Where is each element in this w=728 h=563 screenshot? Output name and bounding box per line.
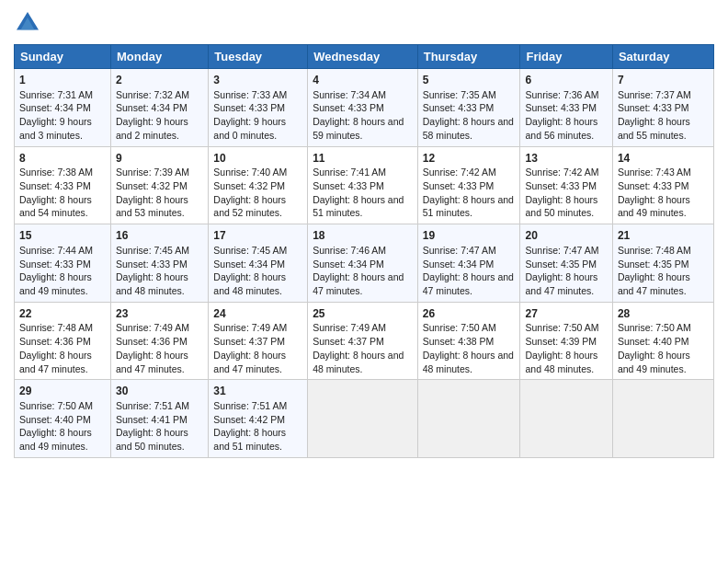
calendar-day-cell bbox=[308, 380, 418, 458]
sunset: Sunset: 4:36 PM bbox=[116, 336, 188, 347]
day-number: 15 bbox=[19, 228, 106, 244]
logo bbox=[14, 9, 45, 37]
sunrise: Sunrise: 7:31 AM bbox=[19, 89, 93, 100]
calendar-week-row: 15Sunrise: 7:44 AMSunset: 4:33 PMDayligh… bbox=[15, 224, 714, 303]
calendar-day-cell: 25Sunrise: 7:49 AMSunset: 4:37 PMDayligh… bbox=[308, 302, 418, 380]
daylight: Daylight: 8 hours and 47 minutes. bbox=[618, 271, 690, 296]
daylight: Daylight: 8 hours and 48 minutes. bbox=[213, 271, 286, 296]
sunset: Sunset: 4:42 PM bbox=[213, 414, 285, 425]
daylight: Daylight: 8 hours and 47 minutes. bbox=[313, 271, 404, 296]
sunrise: Sunrise: 7:51 AM bbox=[116, 400, 189, 411]
calendar-body: 1Sunrise: 7:31 AMSunset: 4:34 PMDaylight… bbox=[15, 69, 714, 458]
sunrise: Sunrise: 7:35 AM bbox=[423, 89, 496, 100]
calendar-day-cell: 9Sunrise: 7:39 AMSunset: 4:32 PMDaylight… bbox=[111, 146, 209, 224]
sunrise: Sunrise: 7:44 AM bbox=[19, 245, 93, 256]
sunset: Sunset: 4:36 PM bbox=[19, 336, 91, 347]
sunset: Sunset: 4:39 PM bbox=[525, 336, 597, 347]
daylight: Daylight: 8 hours and 47 minutes. bbox=[525, 271, 597, 296]
day-number: 28 bbox=[618, 306, 709, 322]
sunset: Sunset: 4:37 PM bbox=[213, 336, 285, 347]
daylight: Daylight: 8 hours and 49 minutes. bbox=[618, 194, 690, 219]
sunrise: Sunrise: 7:42 AM bbox=[525, 167, 598, 178]
calendar-day-cell: 7Sunrise: 7:37 AMSunset: 4:33 PMDaylight… bbox=[612, 69, 713, 147]
day-header: Tuesday bbox=[209, 45, 308, 69]
daylight: Daylight: 8 hours and 48 minutes. bbox=[313, 350, 404, 374]
daylight: Daylight: 8 hours and 55 minutes. bbox=[618, 116, 690, 141]
day-header: Thursday bbox=[417, 45, 520, 69]
sunrise: Sunrise: 7:45 AM bbox=[213, 245, 287, 256]
sunset: Sunset: 4:33 PM bbox=[19, 259, 91, 270]
daylight: Daylight: 8 hours and 50 minutes. bbox=[116, 427, 188, 452]
daylight: Daylight: 8 hours and 58 minutes. bbox=[423, 116, 514, 141]
day-number: 6 bbox=[525, 73, 607, 88]
daylight: Daylight: 9 hours and 2 minutes. bbox=[116, 116, 188, 141]
page-container: SundayMondayTuesdayWednesdayThursdayFrid… bbox=[0, 0, 728, 563]
daylight: Daylight: 8 hours and 50 minutes. bbox=[525, 194, 597, 219]
sunrise: Sunrise: 7:39 AM bbox=[116, 167, 189, 178]
sunrise: Sunrise: 7:49 AM bbox=[213, 322, 287, 333]
calendar-day-cell: 12Sunrise: 7:42 AMSunset: 4:33 PMDayligh… bbox=[417, 146, 520, 224]
calendar-week-row: 1Sunrise: 7:31 AMSunset: 4:34 PMDaylight… bbox=[15, 69, 714, 147]
daylight: Daylight: 8 hours and 47 minutes. bbox=[423, 271, 514, 296]
sunset: Sunset: 4:41 PM bbox=[116, 414, 188, 425]
day-number: 13 bbox=[525, 151, 607, 167]
header-row: SundayMondayTuesdayWednesdayThursdayFrid… bbox=[15, 45, 714, 69]
daylight: Daylight: 8 hours and 59 minutes. bbox=[313, 116, 404, 141]
calendar-day-cell: 23Sunrise: 7:49 AMSunset: 4:36 PMDayligh… bbox=[111, 302, 209, 380]
sunrise: Sunrise: 7:34 AM bbox=[313, 89, 386, 100]
sunset: Sunset: 4:34 PM bbox=[116, 102, 188, 113]
sunrise: Sunrise: 7:47 AM bbox=[423, 245, 496, 256]
sunrise: Sunrise: 7:50 AM bbox=[525, 322, 598, 333]
daylight: Daylight: 9 hours and 3 minutes. bbox=[19, 116, 92, 141]
sunset: Sunset: 4:32 PM bbox=[116, 180, 188, 191]
calendar-day-cell: 3Sunrise: 7:33 AMSunset: 4:33 PMDaylight… bbox=[209, 69, 308, 147]
day-number: 8 bbox=[19, 151, 106, 167]
calendar-day-cell: 22Sunrise: 7:48 AMSunset: 4:36 PMDayligh… bbox=[15, 302, 111, 380]
day-number: 31 bbox=[213, 384, 302, 399]
sunrise: Sunrise: 7:49 AM bbox=[313, 322, 386, 333]
day-number: 29 bbox=[19, 384, 106, 399]
daylight: Daylight: 8 hours and 51 minutes. bbox=[313, 194, 404, 219]
sunrise: Sunrise: 7:43 AM bbox=[618, 167, 691, 178]
sunset: Sunset: 4:35 PM bbox=[525, 259, 597, 270]
sunrise: Sunrise: 7:48 AM bbox=[19, 322, 93, 333]
day-number: 27 bbox=[525, 306, 607, 322]
day-number: 19 bbox=[423, 228, 516, 244]
sunset: Sunset: 4:34 PM bbox=[213, 259, 285, 270]
calendar-day-cell: 31Sunrise: 7:51 AMSunset: 4:42 PMDayligh… bbox=[209, 380, 308, 458]
day-number: 12 bbox=[423, 151, 516, 167]
sunrise: Sunrise: 7:51 AM bbox=[213, 400, 287, 411]
calendar-week-row: 29Sunrise: 7:50 AMSunset: 4:40 PMDayligh… bbox=[15, 380, 714, 458]
day-number: 20 bbox=[525, 228, 607, 244]
day-header: Saturday bbox=[612, 45, 713, 69]
calendar-day-cell: 21Sunrise: 7:48 AMSunset: 4:35 PMDayligh… bbox=[612, 224, 713, 303]
sunrise: Sunrise: 7:38 AM bbox=[19, 167, 93, 178]
calendar-day-cell: 17Sunrise: 7:45 AMSunset: 4:34 PMDayligh… bbox=[209, 224, 308, 303]
daylight: Daylight: 8 hours and 53 minutes. bbox=[116, 194, 188, 219]
calendar-day-cell: 30Sunrise: 7:51 AMSunset: 4:41 PMDayligh… bbox=[111, 380, 209, 458]
daylight: Daylight: 8 hours and 48 minutes. bbox=[423, 350, 514, 374]
sunset: Sunset: 4:33 PM bbox=[423, 102, 495, 113]
calendar-day-cell bbox=[417, 380, 520, 458]
daylight: Daylight: 8 hours and 49 minutes. bbox=[19, 427, 92, 452]
sunset: Sunset: 4:33 PM bbox=[525, 102, 597, 113]
day-number: 11 bbox=[313, 151, 413, 167]
sunset: Sunset: 4:34 PM bbox=[423, 259, 495, 270]
calendar-day-cell bbox=[612, 380, 713, 458]
daylight: Daylight: 8 hours and 56 minutes. bbox=[525, 116, 597, 141]
calendar-day-cell: 16Sunrise: 7:45 AMSunset: 4:33 PMDayligh… bbox=[111, 224, 209, 303]
calendar-day-cell: 20Sunrise: 7:47 AMSunset: 4:35 PMDayligh… bbox=[520, 224, 612, 303]
sunrise: Sunrise: 7:33 AM bbox=[213, 89, 287, 100]
sunrise: Sunrise: 7:42 AM bbox=[423, 167, 496, 178]
calendar-day-cell: 24Sunrise: 7:49 AMSunset: 4:37 PMDayligh… bbox=[209, 302, 308, 380]
daylight: Daylight: 8 hours and 47 minutes. bbox=[19, 350, 92, 374]
calendar-day-cell bbox=[520, 380, 612, 458]
day-header: Wednesday bbox=[308, 45, 418, 69]
day-number: 1 bbox=[19, 73, 106, 88]
sunset: Sunset: 4:34 PM bbox=[313, 259, 384, 270]
daylight: Daylight: 8 hours and 52 minutes. bbox=[213, 194, 286, 219]
calendar-day-cell: 26Sunrise: 7:50 AMSunset: 4:38 PMDayligh… bbox=[417, 302, 520, 380]
sunrise: Sunrise: 7:50 AM bbox=[19, 400, 93, 411]
calendar-header: SundayMondayTuesdayWednesdayThursdayFrid… bbox=[15, 45, 714, 69]
calendar-day-cell: 1Sunrise: 7:31 AMSunset: 4:34 PMDaylight… bbox=[15, 69, 111, 147]
